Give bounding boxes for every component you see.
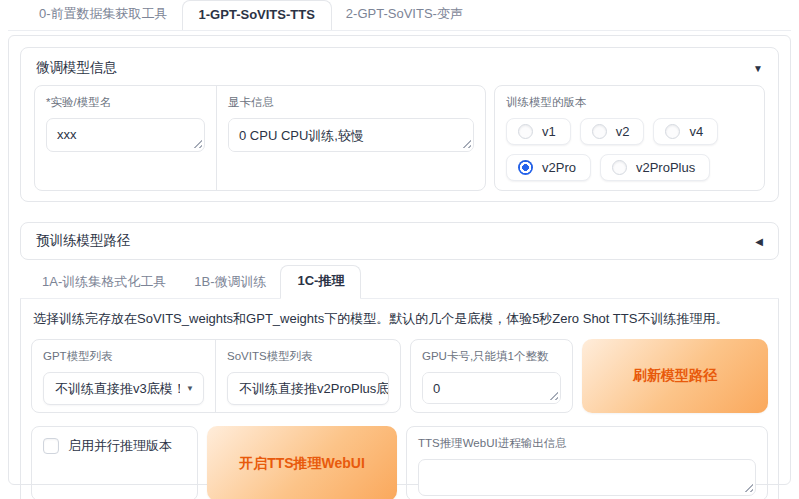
inference-tab-panel: 选择训练完存放在SoVITS_weights和GPT_weights下的模型。默… — [20, 299, 779, 499]
resize-handle: 0 CPU CPU训练,较慢 — [228, 118, 474, 152]
parallel-inference-box: 启用并行推理版本 — [31, 426, 198, 499]
model-lists-box: GPT模型列表 不训练直接推v3底模！ ▼ SoVITS模型列表 不训练直接推v… — [31, 339, 401, 413]
finetune-model-info-accordion: 微调模型信息 ▼ *实验/模型名 xxx 显卡信息 0 CPU CPU训练,较慢 — [20, 47, 779, 202]
gpu-number-input[interactable]: 0 — [422, 372, 561, 404]
radio-label: v2 — [616, 124, 630, 139]
tab-gpt-sovits-tts[interactable]: 1-GPT-SoVITS-TTS — [182, 0, 332, 30]
sovits-model-list-dropdown[interactable]: 不训练直接推v2ProPlus底模！ — [227, 372, 389, 405]
experiment-name-label: *实验/模型名 — [46, 95, 205, 110]
gpu-info-input[interactable]: 0 CPU CPU训练,较慢 — [228, 118, 474, 152]
radio-v4[interactable]: v4 — [653, 118, 718, 145]
radio-label: v2ProPlus — [636, 160, 695, 175]
refresh-model-paths-button[interactable]: 刷新模型路径 — [582, 339, 768, 413]
radio-circle-selected-icon — [518, 160, 533, 175]
finetune-accordion-header[interactable]: 微调模型信息 ▼ — [34, 56, 765, 85]
resize-handle — [418, 459, 756, 496]
sovits-model-list-label: SoVITS模型列表 — [227, 349, 389, 364]
inference-description: 选择训练完存放在SoVITS_weights和GPT_weights下的模型。默… — [33, 310, 766, 328]
tab-1b-finetune-training[interactable]: 1B-微调训练 — [180, 268, 280, 298]
parallel-inference-label: 启用并行推理版本 — [68, 437, 172, 455]
radio-circle-icon — [665, 124, 680, 139]
tab-dataset-tool[interactable]: 0-前置数据集获取工具 — [25, 0, 182, 30]
radio-circle-icon — [592, 124, 607, 139]
gpt-model-list-dropdown[interactable]: 不训练直接推v3底模！ ▼ — [43, 372, 204, 405]
resize-handle: xxx — [46, 118, 205, 152]
experiment-name-input[interactable]: xxx — [46, 118, 205, 152]
model-version-label: 训练模型的版本 — [506, 95, 753, 110]
gpu-number-box: GPU卡号,只能填1个整数 0 — [410, 339, 573, 413]
parallel-inference-option[interactable]: 启用并行推理版本 — [43, 437, 186, 455]
tab-1c-inference[interactable]: 1C-推理 — [280, 265, 361, 299]
gpt-model-list-label: GPT模型列表 — [43, 349, 204, 364]
top-tab-bar: 0-前置数据集获取工具 1-GPT-SoVITS-TTS 2-GPT-SoVIT… — [8, 0, 791, 31]
tab-voice-change[interactable]: 2-GPT-SoVITS-变声 — [332, 0, 477, 30]
finetune-accordion-title: 微调模型信息 — [36, 59, 117, 77]
pretrained-accordion-header[interactable]: 预训练模型路径 ◀ — [34, 231, 765, 251]
chevron-left-icon[interactable]: ◀ — [755, 236, 763, 247]
tts-output-textarea[interactable] — [418, 459, 756, 496]
sovits-model-list-value: 不训练直接推v2ProPlus底模！ — [239, 380, 388, 398]
parallel-inference-checkbox[interactable] — [43, 438, 59, 454]
gpt-model-list-value: 不训练直接推v3底模！ — [55, 380, 180, 398]
radio-v2proplus[interactable]: v2ProPlus — [600, 154, 710, 181]
tts-output-label: TTS推理WebUI进程输出信息 — [418, 436, 756, 451]
dropdown-arrow-icon: ▼ — [186, 384, 194, 393]
radio-label: v4 — [689, 124, 703, 139]
gpu-number-label: GPU卡号,只能填1个整数 — [422, 349, 561, 364]
radio-v1[interactable]: v1 — [506, 118, 571, 145]
radio-circle-icon — [612, 160, 627, 175]
radio-v2pro[interactable]: v2Pro — [506, 154, 591, 181]
tts-output-box: TTS推理WebUI进程输出信息 — [406, 426, 768, 499]
pretrained-accordion-title: 预训练模型路径 — [36, 232, 131, 250]
gpt-sovits-webui: { "top_tabs": { "dataset_tool": "0-前置数据集… — [0, 0, 799, 499]
tab-1a-dataset-format-tool[interactable]: 1A-训练集格式化工具 — [28, 268, 180, 298]
radio-label: v2Pro — [542, 160, 576, 175]
open-tts-webui-button[interactable]: 开启TTS推理WebUI — [207, 426, 397, 499]
model-version-radio-group: v1 v2 v4 v2Pro — [506, 118, 753, 181]
sub-tab-bar: 1A-训练集格式化工具 1B-微调训练 1C-推理 — [20, 271, 779, 299]
model-version-box: 训练模型的版本 v1 v2 v4 — [494, 85, 765, 191]
radio-circle-icon — [518, 124, 533, 139]
experiment-form-box: *实验/模型名 xxx 显卡信息 0 CPU CPU训练,较慢 — [34, 85, 486, 191]
chevron-down-icon[interactable]: ▼ — [753, 63, 763, 74]
radio-v2[interactable]: v2 — [580, 118, 645, 145]
resize-handle: 0 — [422, 372, 561, 404]
gpu-info-label: 显卡信息 — [228, 95, 474, 110]
radio-label: v1 — [542, 124, 556, 139]
pretrained-paths-accordion: 预训练模型路径 ◀ — [20, 222, 779, 260]
tts-tab-panel: 微调模型信息 ▼ *实验/模型名 xxx 显卡信息 0 CPU CPU训练,较慢 — [8, 35, 791, 485]
